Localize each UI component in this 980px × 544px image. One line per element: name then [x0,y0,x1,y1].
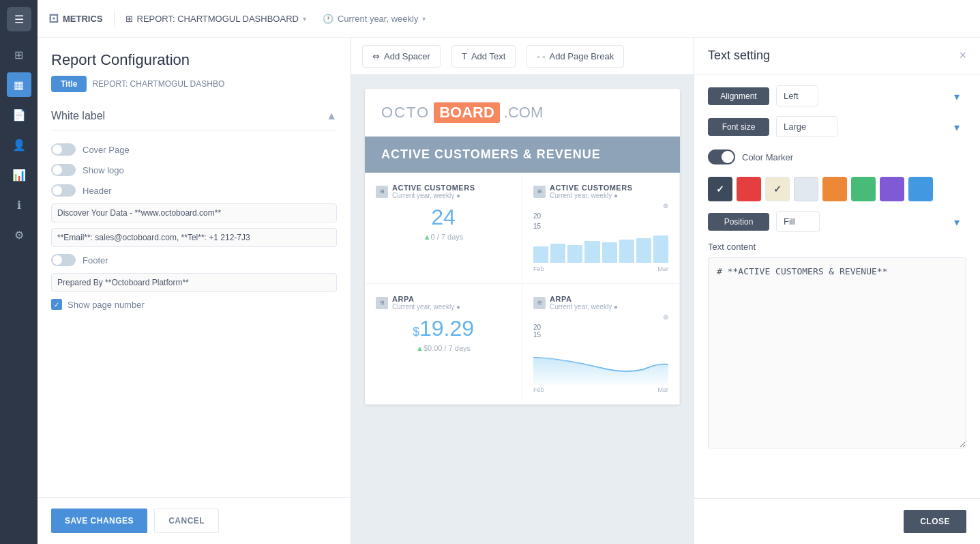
config-footer: SAVE CHANGES CANCEL [38,497,351,544]
preview-brand-bar: OCTO BOARD .COM [365,89,680,137]
text-content-label: Text content [708,242,966,252]
widget-4-subtitle: Current year, weekly ● [550,303,618,311]
line-label-feb: Feb [533,386,544,393]
line-label-mar: Mar [658,386,669,393]
header-logo: ⊡ METRICS [48,11,103,26]
sidebar-icon-dashboard[interactable]: ▦ [7,72,31,97]
config-panel: Report Configuration Title REPORT: CHART… [38,38,351,544]
header-divider [114,10,115,27]
widget-4-header: ⊞ ARPA Current year, weekly ● [533,295,668,311]
color-swatch-orange[interactable] [822,177,847,201]
color-swatch-dark[interactable] [708,177,732,201]
color-swatch-cream[interactable] [765,177,790,201]
text-icon: T [462,51,467,61]
add-text-button[interactable]: T Add Text [451,45,516,68]
position-select[interactable]: Fill Top Bottom Left Right [776,211,820,232]
widget-3-subtitle: Current year, weekly ● [392,303,460,311]
white-label-section-header: White label ▲ [51,100,337,131]
tab-report[interactable]: REPORT: CHARTMOGUL DASHBO [92,79,224,89]
widget-active-customers-bar: ⊞ ACTIVE CUSTOMERS Current year, weekly … [522,173,680,284]
cancel-button[interactable]: CANCEL [154,509,219,533]
cover-page-label: Cover Page [83,145,130,155]
add-page-break-button[interactable]: - - Add Page Break [526,45,624,68]
bar-4 [584,241,599,263]
metrics-icon: ⊡ [48,11,59,26]
panel-body: Alignment Left Center Right Font size [694,74,980,498]
footer-toggle[interactable] [51,254,76,266]
font-size-select[interactable]: Small Medium Large Extra Large [776,116,837,137]
add-text-label: Add Text [471,51,505,61]
cover-page-toggle[interactable] [51,143,76,156]
sidebar-icon-analytics[interactable]: 📊 [7,162,31,187]
sidebar-icon-info[interactable]: ℹ [7,192,31,217]
panel-footer: CLOSE [694,498,980,544]
preview-section-title: ACTIVE CUSTOMERS & REVENUE [365,137,680,173]
tab-title[interactable]: Title [51,76,87,92]
color-swatch-green[interactable] [851,177,876,201]
spacer-icon: ⇔ [372,51,380,61]
widget-2-icon: ⊞ [533,186,546,198]
show-logo-toggle[interactable] [51,164,76,176]
widget-1-header: ⊞ ACTIVE CUSTOMERS Current year, weekly … [376,184,511,199]
report-icon: ⊞ [125,14,133,24]
add-spacer-button[interactable]: ⇔ Add Spacer [362,45,441,68]
show-logo-row: Show logo [51,160,337,180]
widget-1-title: ACTIVE CUSTOMERS [392,184,475,192]
main-area: ⊡ METRICS ⊞ REPORT: CHARTMOGUL DASHBOARD… [38,0,980,544]
header-label: Header [83,186,112,196]
left-sidebar: ☰ ⊞ ▦ 📄 👤 📊 ℹ ⚙ [0,0,38,544]
save-changes-button[interactable]: SAVE CHANGES [51,509,147,533]
white-label-collapse-btn[interactable]: ▲ [326,110,337,122]
preview-content: OCTO BOARD .COM ACTIVE CUSTOMERS & REVEN… [351,75,694,544]
bar-label-feb: Feb [533,266,544,272]
bar-3 [567,245,582,263]
color-swatch-purple[interactable] [880,177,904,201]
alignment-select[interactable]: Left Center Right [776,85,818,106]
page-break-icon: - - [537,51,545,61]
widget-3-header: ⊞ ARPA Current year, weekly ● [376,295,511,311]
panel-close-button[interactable]: × [959,48,966,63]
brand-prefix: OCTO [381,104,430,121]
color-marker-label: Color Marker [742,152,793,162]
sidebar-icon-users[interactable]: 👤 [7,132,31,157]
show-page-number-checkbox[interactable]: ✓ [51,299,62,310]
app-title: METRICS [63,14,103,24]
widget-2-bars [533,235,668,263]
logo-button[interactable]: ☰ [7,7,31,31]
sidebar-icon-settings[interactable]: ⚙ [7,223,31,247]
position-select-wrapper: Fill Top Bottom Left Right [776,211,966,232]
footer-row: Footer [51,250,337,270]
white-label-title: White label [51,110,105,122]
contact-text-input[interactable] [51,228,337,247]
show-logo-label: Show logo [83,165,124,175]
widget-1-subtitle: Current year, weekly ● [392,192,475,199]
widget-2-title: ACTIVE CUSTOMERS [550,184,632,192]
bar-7 [636,238,651,263]
color-swatch-lightgray[interactable] [794,177,818,201]
report-label: REPORT: CHARTMOGUL DASHBOARD [137,14,299,24]
color-marker-toggle[interactable] [708,149,735,164]
header-report[interactable]: ⊞ REPORT: CHARTMOGUL DASHBOARD ▾ [125,14,306,24]
add-spacer-label: Add Spacer [384,51,430,61]
brand-suffix: .COM [504,104,543,121]
header-text-input[interactable] [51,203,337,223]
sidebar-icon-reports[interactable]: 📄 [7,102,31,127]
header-row: Header [51,180,337,201]
preview-card: OCTO BOARD .COM ACTIVE CUSTOMERS & REVEN… [365,89,680,405]
text-content-textarea[interactable]: # **ACTIVE CUSTOMERS & REVENUE** [708,257,966,448]
font-size-label: Font size [708,118,769,136]
color-swatch-red[interactable] [737,177,761,201]
header-time[interactable]: 🕐 Current year, weekly ▾ [323,14,426,24]
header-toggle[interactable] [51,184,76,197]
panel-header: Text setting × [694,38,980,74]
footer-text-input[interactable] [51,273,337,292]
font-size-row: Font size Small Medium Large Extra Large [708,116,966,137]
footer-label: Footer [83,255,108,266]
widget-3-value: $19.29 [376,316,511,341]
close-button[interactable]: CLOSE [904,510,966,533]
time-caret: ▾ [422,15,426,23]
config-tabs: Title REPORT: CHARTMOGUL DASHBO [38,76,351,100]
sidebar-icon-home[interactable]: ⊞ [7,42,31,67]
widget-2-subtitle: Current year, weekly ● [550,192,632,199]
color-swatch-blue[interactable] [908,177,933,201]
